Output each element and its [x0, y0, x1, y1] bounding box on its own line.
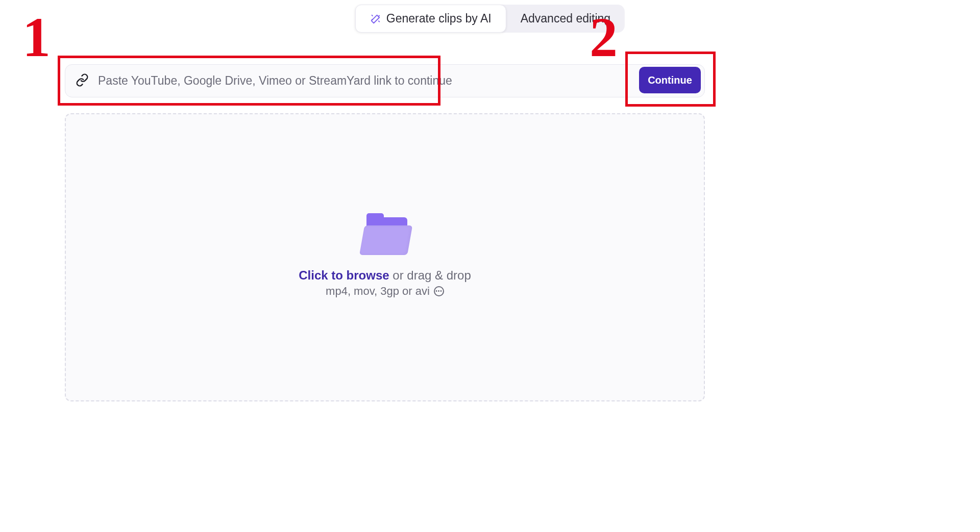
formats-text: mp4, mov, 3gp or avi	[326, 285, 430, 298]
tab-generate-label: Generate clips by AI	[386, 12, 492, 26]
folder-icon	[359, 217, 410, 255]
annotation-number-2: 2	[590, 9, 618, 65]
annotation-number-1: 1	[22, 9, 51, 65]
tab-generate-clips[interactable]: Generate clips by AI	[355, 5, 506, 33]
video-url-input[interactable]	[98, 74, 699, 88]
magic-wand-icon	[370, 13, 381, 24]
file-dropzone[interactable]: Click to browse or drag & drop mp4, mov,…	[65, 113, 705, 401]
video-url-bar	[65, 64, 705, 97]
dropzone-formats: mp4, mov, 3gp or avi •••	[326, 285, 444, 298]
browse-link[interactable]: Click to browse	[299, 268, 389, 282]
continue-button[interactable]: Continue	[639, 67, 701, 93]
more-info-icon[interactable]: •••	[434, 286, 444, 296]
link-icon	[76, 73, 89, 89]
mode-tab-group: Generate clips by AI Advanced editing	[355, 5, 625, 33]
dropzone-instruction: Click to browse or drag & drop	[299, 268, 471, 283]
drag-text: or drag & drop	[389, 268, 471, 282]
